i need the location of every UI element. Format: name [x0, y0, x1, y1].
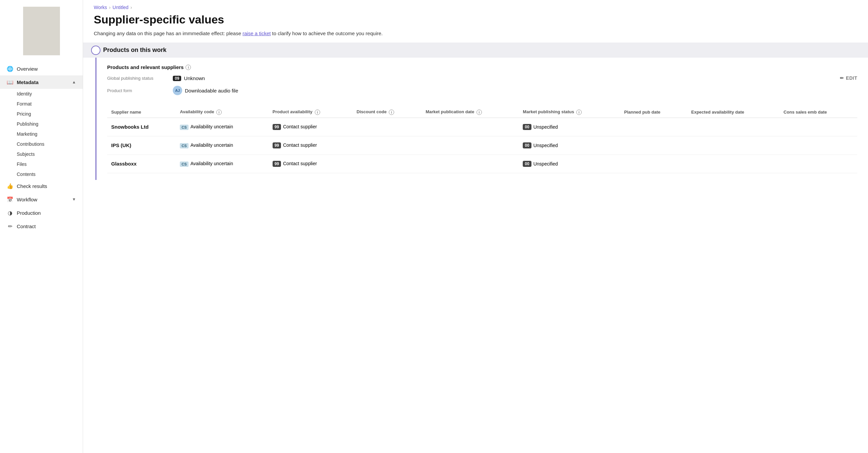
- sidebar-item-metadata[interactable]: 📖 Metadata ▲: [0, 76, 83, 89]
- check-results-icon: 👍: [7, 183, 13, 189]
- availability-code-info-icon[interactable]: i: [216, 110, 222, 115]
- metadata-chevron-icon: ▲: [72, 80, 76, 85]
- sidebar-item-workflow[interactable]: 📅 Workflow ▼: [0, 193, 83, 206]
- col-cons-sales-emb-date: Cons sales emb date: [780, 107, 857, 118]
- sidebar-item-contract-label: Contract: [17, 223, 36, 229]
- subsection-info-icon[interactable]: i: [186, 65, 191, 70]
- table-row: IPS (UK) CS Availability uncertain 99 Co…: [107, 136, 857, 154]
- breadcrumb: Works › Untitled ›: [83, 0, 868, 10]
- table-row: Glassboxx CS Availability uncertain 99 C…: [107, 154, 857, 173]
- cell-planned-pub-date-2: [620, 154, 687, 173]
- cell-market-pub-date-2: [422, 154, 519, 173]
- global-status-code: 09: [173, 76, 181, 81]
- cs-badge-0: CS: [180, 125, 188, 130]
- market-pub-date-info-icon[interactable]: i: [476, 110, 482, 115]
- cell-product-availability-0: 99 Contact supplier: [269, 118, 352, 136]
- section-header: Products on this work: [83, 42, 868, 58]
- product-avail-text-0: Contact supplier: [283, 124, 317, 129]
- sidebar-item-subjects[interactable]: Subjects: [17, 149, 83, 159]
- contract-icon: ✏: [7, 223, 13, 230]
- sidebar-item-format[interactable]: Format: [17, 99, 83, 109]
- sidebar-item-publishing[interactable]: Publishing: [17, 119, 83, 129]
- sidebar-item-contents[interactable]: Contents: [17, 169, 83, 179]
- cell-supplier-name-1: IPS (UK): [107, 136, 176, 154]
- cell-discount-code-2: [352, 154, 422, 173]
- sidebar-item-overview-label: Overview: [17, 66, 38, 72]
- product-form-code: AJ: [173, 86, 182, 95]
- sidebar-item-metadata-label: Metadata: [17, 80, 38, 85]
- raise-ticket-link[interactable]: raise a ticket: [243, 30, 271, 36]
- workflow-chevron-icon: ▼: [72, 197, 76, 202]
- sidebar-item-check-results[interactable]: 👍 Check results: [0, 179, 83, 193]
- cell-cons-date-0: [780, 118, 857, 136]
- cs-badge-2: CS: [180, 161, 188, 167]
- sidebar-item-contract[interactable]: ✏ Contract: [0, 219, 83, 233]
- market-pub-code-0: 00: [523, 124, 531, 130]
- global-status-text: Unknown: [184, 76, 205, 81]
- availability-text-2: Availability uncertain: [190, 161, 233, 166]
- sidebar-item-production[interactable]: ◑ Production: [0, 206, 83, 219]
- cell-product-availability-2: 99 Contact supplier: [269, 154, 352, 173]
- section-body: Products and relevant suppliers i Global…: [95, 58, 868, 180]
- book-thumbnail: [23, 7, 60, 55]
- sidebar-nav: 🌐 Overview 📖 Metadata ▲ Identity Format …: [0, 62, 83, 240]
- cell-planned-pub-date-1: [620, 136, 687, 154]
- edit-label: EDIT: [846, 76, 857, 81]
- sidebar-item-marketing[interactable]: Marketing: [17, 129, 83, 139]
- product-availability-info-icon[interactable]: i: [315, 110, 320, 115]
- product-form-row: Product form AJ Downloadable audio file: [107, 86, 840, 95]
- product-avail-text-2: Contact supplier: [283, 161, 317, 166]
- production-icon: ◑: [7, 209, 13, 216]
- description-before: Changing any data on this page has an im…: [94, 30, 243, 36]
- section-title: Products on this work: [103, 47, 166, 54]
- global-status-label: Global publishing status: [107, 76, 167, 81]
- edit-button[interactable]: ✏ EDIT: [840, 76, 857, 81]
- market-pub-value-1: Unspecified: [533, 143, 558, 148]
- breadcrumb-sep-1: ›: [109, 5, 111, 10]
- workflow-icon: 📅: [7, 196, 13, 203]
- col-product-availability: Product availability i: [269, 107, 352, 118]
- product-avail-code-1: 99: [273, 142, 281, 148]
- col-market-pub-date: Market publication date i: [422, 107, 519, 118]
- breadcrumb-works[interactable]: Works: [94, 5, 107, 10]
- cell-availability-code-2: CS Availability uncertain: [176, 154, 268, 173]
- page-header: Supplier-specific values Changing any da…: [83, 10, 868, 42]
- product-form-value: AJ Downloadable audio file: [173, 86, 238, 95]
- sidebar-item-production-label: Production: [17, 210, 41, 216]
- edit-pencil-icon: ✏: [840, 76, 844, 81]
- product-form-text: Downloadable audio file: [185, 88, 238, 93]
- availability-text-1: Availability uncertain: [190, 142, 233, 148]
- cell-expected-date-0: [687, 118, 780, 136]
- sidebar-item-overview[interactable]: 🌐 Overview: [0, 62, 83, 76]
- suppliers-table: Supplier name Availability code i Produc…: [107, 107, 857, 173]
- cell-supplier-name-2: Glassboxx: [107, 154, 176, 173]
- cell-expected-date-1: [687, 136, 780, 154]
- cell-availability-code-1: CS Availability uncertain: [176, 136, 268, 154]
- cell-market-pub-date-0: [422, 118, 519, 136]
- metadata-icon: 📖: [7, 79, 13, 85]
- cs-badge-1: CS: [180, 143, 188, 148]
- page-title: Supplier-specific values: [94, 13, 857, 27]
- cell-cons-date-1: [780, 136, 857, 154]
- col-availability-code: Availability code i: [176, 107, 268, 118]
- suppliers-table-wrapper: Supplier name Availability code i Produc…: [107, 107, 857, 173]
- global-status-row: Global publishing status 09 Unknown: [107, 76, 840, 81]
- sidebar-item-files[interactable]: Files: [17, 159, 83, 169]
- market-pub-value-2: Unspecified: [533, 161, 558, 167]
- cell-market-publishing-status-0: 00 Unspecified: [519, 118, 620, 136]
- sidebar-item-workflow-label: Workflow: [17, 197, 37, 202]
- discount-code-info-icon[interactable]: i: [389, 110, 394, 115]
- sidebar-item-check-results-label: Check results: [17, 183, 47, 189]
- description-after: to clarify how to achieve the outcome yo…: [271, 30, 382, 36]
- sidebar-item-contributions[interactable]: Contributions: [17, 139, 83, 149]
- cell-discount-code-1: [352, 136, 422, 154]
- sidebar-item-identity[interactable]: Identity: [17, 89, 83, 99]
- market-publishing-status-info-icon[interactable]: i: [576, 110, 582, 115]
- cell-expected-date-2: [687, 154, 780, 173]
- cell-product-availability-1: 99 Contact supplier: [269, 136, 352, 154]
- metadata-sub-nav: Identity Format Pricing Publishing Marke…: [0, 89, 83, 179]
- cell-planned-pub-date-0: [620, 118, 687, 136]
- sidebar-item-pricing[interactable]: Pricing: [17, 109, 83, 119]
- table-header-row: Supplier name Availability code i Produc…: [107, 107, 857, 118]
- breadcrumb-untitled[interactable]: Untitled: [113, 5, 128, 10]
